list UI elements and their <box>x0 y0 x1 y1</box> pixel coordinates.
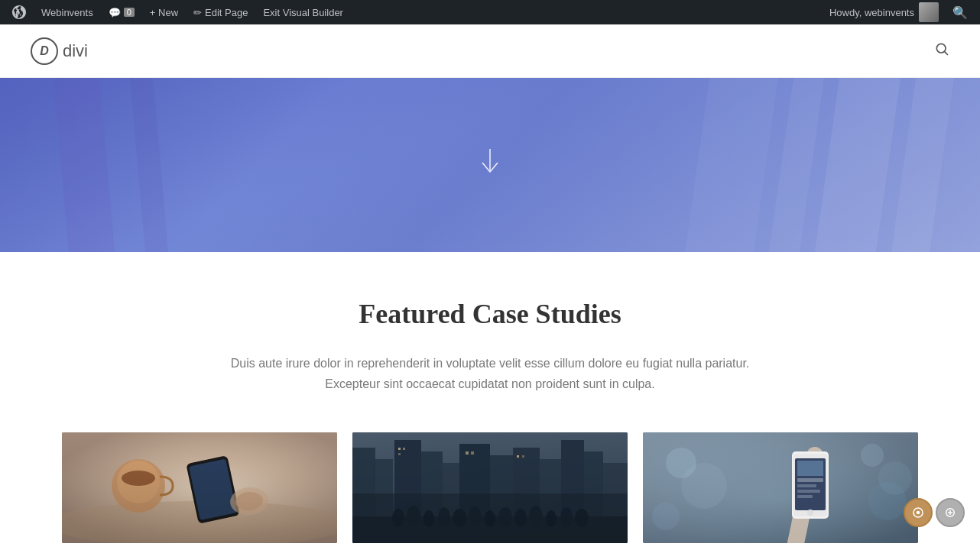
svg-rect-63 <box>795 458 826 510</box>
case-study-card-1[interactable] <box>62 432 337 543</box>
card-2-inner <box>352 432 628 543</box>
svg-point-51 <box>861 444 884 467</box>
svg-rect-47 <box>352 493 628 543</box>
admin-bar-left: Webinvents 💬 0 + New ✏ Edit Page Exit Vi… <box>5 0 823 24</box>
cards-row <box>31 432 949 550</box>
admin-bar-site[interactable]: Webinvents <box>34 0 101 24</box>
logo-letter: D <box>40 44 49 58</box>
svg-point-53 <box>652 503 680 530</box>
svg-rect-30 <box>471 451 474 455</box>
svg-rect-29 <box>466 451 469 455</box>
avatar <box>919 2 939 22</box>
svg-rect-12 <box>62 432 337 543</box>
new-label: + New <box>150 7 178 18</box>
edit-page-label: Edit Page <box>205 7 248 18</box>
divi-logo[interactable]: D divi <box>31 37 88 65</box>
admin-bar-comments[interactable]: 💬 0 <box>101 0 142 24</box>
main-content: Featured Case Studies Duis aute irure do… <box>0 252 980 550</box>
svg-point-57 <box>807 510 813 516</box>
admin-bar: Webinvents 💬 0 + New ✏ Edit Page Exit Vi… <box>0 0 980 24</box>
hero-section <box>0 78 980 252</box>
case-study-card-3[interactable] <box>643 432 918 543</box>
admin-bar-new[interactable]: + New <box>142 0 186 24</box>
card-1-inner <box>62 432 337 543</box>
wp-logo[interactable] <box>5 0 34 24</box>
admin-bar-edit-page[interactable]: ✏ Edit Page <box>186 0 255 24</box>
card-3-inner <box>643 432 918 543</box>
admin-bar-exit-builder[interactable]: Exit Visual Builder <box>255 0 351 24</box>
admin-bar-howdy[interactable]: Howdy, webinvents <box>823 2 945 22</box>
admin-bar-right: Howdy, webinvents 🔍 <box>823 0 975 24</box>
svg-rect-31 <box>517 455 519 458</box>
howdy-text: Howdy, webinvents <box>829 7 914 18</box>
visual-builder-toggle[interactable] <box>904 498 933 527</box>
svg-rect-32 <box>522 455 524 458</box>
logo-text: divi <box>63 41 88 61</box>
comment-icon: 💬 <box>109 7 121 18</box>
site-header: D divi <box>0 24 980 78</box>
svg-point-64 <box>681 463 727 509</box>
admin-bar-search[interactable]: 🔍 <box>945 0 975 24</box>
section-title: Featured Case Studies <box>31 298 949 330</box>
svg-rect-26 <box>398 448 401 450</box>
svg-point-0 <box>936 44 946 53</box>
comment-count: 0 <box>124 8 135 17</box>
svg-rect-28 <box>398 453 401 455</box>
svg-point-67 <box>917 511 920 515</box>
case-study-card-2[interactable] <box>352 432 628 543</box>
svg-line-1 <box>945 52 948 55</box>
pencil-icon: ✏ <box>193 7 202 18</box>
svg-rect-27 <box>403 448 405 450</box>
visual-builder-edit[interactable] <box>936 498 965 527</box>
scroll-down-arrow[interactable] <box>479 149 501 182</box>
exit-builder-label: Exit Visual Builder <box>263 7 343 18</box>
avatar-image <box>919 2 939 22</box>
builder-buttons <box>904 498 965 527</box>
svg-point-65 <box>878 461 912 495</box>
admin-bar-site-label: Webinvents <box>41 7 93 18</box>
section-description: Duis aute irure dolor in reprehenderit i… <box>230 353 750 394</box>
search-icon: 🔍 <box>952 5 968 20</box>
logo-circle: D <box>31 37 58 65</box>
header-search-button[interactable] <box>934 41 949 60</box>
